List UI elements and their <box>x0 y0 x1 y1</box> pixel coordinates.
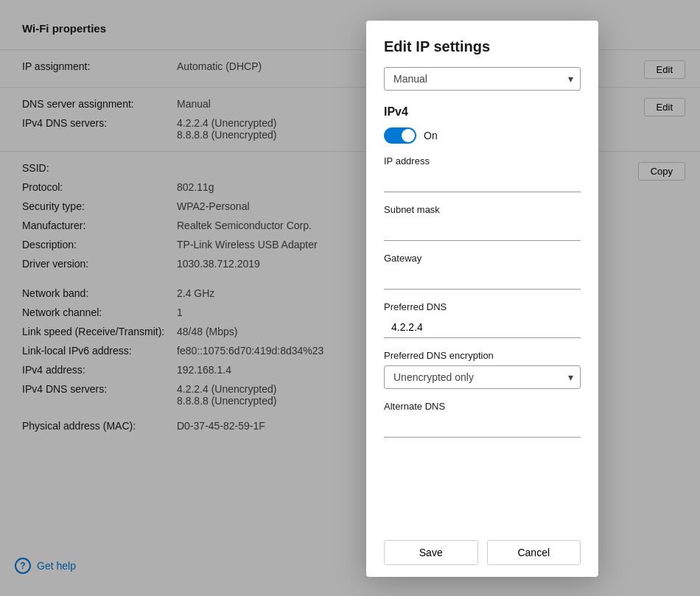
preferred-dns-encryption-field-group: Preferred DNS encryption Unencrypted onl… <box>384 350 581 389</box>
cancel-button[interactable]: Cancel <box>487 540 581 565</box>
edit-ip-settings-modal: Edit IP settings Automatic (DHCP) Manual… <box>366 21 598 577</box>
ipv4-section: IPv4 On IP address Subnet mask Gateway <box>384 105 581 438</box>
alternate-dns-label: Alternate DNS <box>384 401 581 412</box>
subnet-mask-label: Subnet mask <box>384 204 581 215</box>
ipv4-toggle-row: On <box>384 127 581 144</box>
gateway-input[interactable] <box>384 268 581 290</box>
modal-title: Edit IP settings <box>366 21 598 67</box>
toggle-thumb <box>402 129 415 142</box>
modal-body: Automatic (DHCP) Manual ▾ IPv4 On IP add… <box>366 67 598 528</box>
alternate-dns-field-group: Alternate DNS <box>384 401 581 438</box>
preferred-dns-encryption-wrapper: Unencrypted only Encrypted only Encrypte… <box>384 365 581 389</box>
gateway-field-group: Gateway <box>384 253 581 290</box>
ipv4-title: IPv4 <box>384 105 581 119</box>
subnet-mask-field-group: Subnet mask <box>384 204 581 241</box>
preferred-dns-encryption-label: Preferred DNS encryption <box>384 350 581 361</box>
save-button[interactable]: Save <box>384 540 478 565</box>
toggle-on-label: On <box>424 130 438 141</box>
ip-address-input[interactable] <box>384 171 581 192</box>
preferred-dns-label: Preferred DNS <box>384 301 581 312</box>
ip-address-label: IP address <box>384 155 581 166</box>
preferred-dns-input[interactable] <box>384 317 581 338</box>
gateway-label: Gateway <box>384 253 581 264</box>
ipv4-toggle[interactable] <box>384 127 416 144</box>
ip-mode-dropdown-wrapper: Automatic (DHCP) Manual ▾ <box>384 67 581 91</box>
alternate-dns-input[interactable] <box>384 416 581 438</box>
ip-mode-dropdown[interactable]: Automatic (DHCP) Manual <box>384 67 581 91</box>
preferred-dns-field-group: Preferred DNS <box>384 301 581 338</box>
ip-address-field-group: IP address <box>384 155 581 192</box>
subnet-mask-input[interactable] <box>384 220 581 241</box>
ip-mode-dropdown-container: Automatic (DHCP) Manual ▾ <box>384 67 581 91</box>
modal-footer: Save Cancel <box>366 528 598 577</box>
preferred-dns-encryption-dropdown[interactable]: Unencrypted only Encrypted only Encrypte… <box>384 365 581 389</box>
